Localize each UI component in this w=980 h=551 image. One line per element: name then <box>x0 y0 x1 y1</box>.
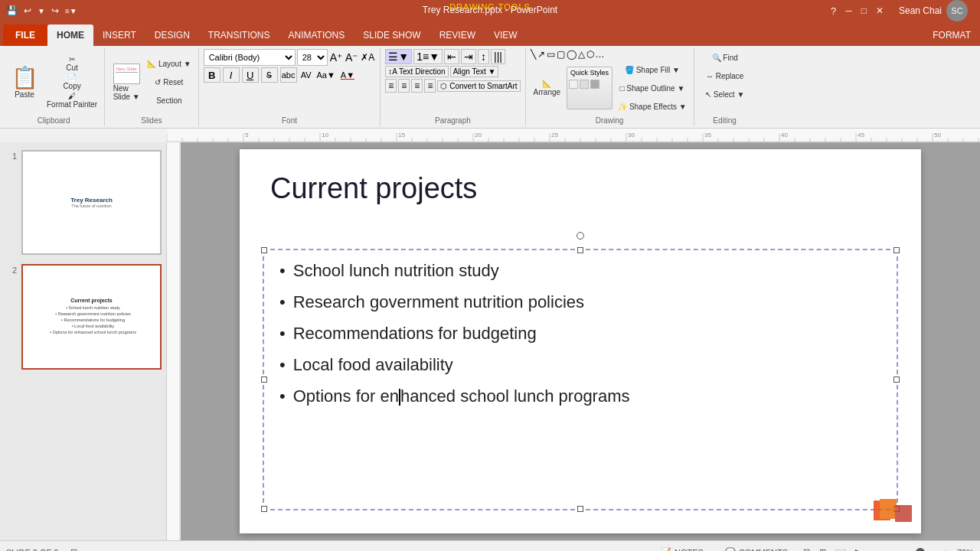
close-btn[interactable]: ✕ <box>876 5 884 16</box>
view-reading-btn[interactable]: 📖 <box>835 547 846 551</box>
save-icon[interactable]: 💾 <box>6 5 18 16</box>
columns-btn[interactable]: ||| <box>491 49 505 64</box>
justify-btn[interactable]: ≡ <box>424 79 436 93</box>
customize-icon[interactable]: ≡▼ <box>65 7 77 15</box>
text-direction-btn[interactable]: ↕A Text Direction <box>385 66 448 77</box>
increase-font-btn[interactable]: A⁺ <box>329 51 343 64</box>
handle-tl[interactable] <box>261 247 267 253</box>
view-normal-btn[interactable]: ⊡ <box>803 547 810 551</box>
view-present-btn[interactable]: ▶ <box>855 547 861 551</box>
tab-animations[interactable]: ANIMATIONS <box>279 24 354 46</box>
increase-indent-btn[interactable]: ⇥ <box>461 49 476 64</box>
handle-bl[interactable] <box>261 506 267 512</box>
shape-arrow[interactable]: ↗ <box>537 49 545 60</box>
bold-button[interactable]: B <box>204 67 220 83</box>
tab-review[interactable]: REVIEW <box>430 24 485 46</box>
align-left-btn[interactable]: ≡ <box>385 79 397 93</box>
tab-home[interactable]: HOME <box>47 24 93 46</box>
shape-oval[interactable]: ◯ <box>567 49 577 60</box>
paste-button[interactable]: 📋 Paste <box>8 60 41 103</box>
help-btn[interactable]: ? <box>831 5 836 17</box>
font-size-select[interactable]: 28 <box>297 49 328 66</box>
bullet-text-2[interactable]: Research government nutrition policies <box>293 289 584 315</box>
layout-button[interactable]: 📐 Layout ▼ <box>145 55 193 72</box>
text-box-inner[interactable]: • School lunch nutrition study • Researc… <box>264 250 897 422</box>
slide-panel[interactable]: 1 Trey Research The future of nutrition … <box>0 142 167 540</box>
numbering-btn[interactable]: 1≡▼ <box>413 49 443 64</box>
decrease-indent-btn[interactable]: ⇤ <box>444 49 459 64</box>
section-button[interactable]: Section <box>145 92 193 109</box>
strikethrough-button[interactable]: S̶ <box>261 67 278 83</box>
find-button[interactable]: 🔍 Find <box>703 49 746 66</box>
slide-size-icon[interactable]: ⊡ <box>70 547 77 551</box>
undo-btn[interactable]: ▼ <box>38 7 45 15</box>
bullet-item-2[interactable]: • Research government nutrition policies <box>279 289 881 315</box>
text-box[interactable]: • School lunch nutrition study • Researc… <box>263 249 898 510</box>
shape-fill-btn[interactable]: 🪣 Shape Fill ▼ <box>616 61 689 78</box>
decrease-font-btn[interactable]: A⁻ <box>345 51 358 64</box>
slide-1-preview[interactable]: Trey Research The future of nutrition <box>21 150 162 255</box>
align-text-btn[interactable]: Align Text ▼ <box>450 66 499 77</box>
tab-view[interactable]: VIEW <box>485 24 527 46</box>
rotate-handle[interactable] <box>577 232 584 240</box>
quick-styles-button[interactable]: Quick Styles <box>567 67 612 109</box>
shape-hex[interactable]: ⬡ <box>586 49 594 60</box>
canvas-area[interactable]: Current projects • School lunch nutritio… <box>181 142 980 540</box>
handle-mr[interactable] <box>893 377 900 383</box>
slide-2-preview[interactable]: Current projects • School lunch nutritio… <box>21 264 162 369</box>
shadow-button[interactable]: abc <box>280 67 297 83</box>
bullets-btn[interactable]: ☰▼ <box>385 49 412 64</box>
slide-1-thumb[interactable]: 1 Trey Research The future of nutrition <box>3 148 163 256</box>
handle-ml[interactable] <box>261 377 267 383</box>
select-button[interactable]: ↖ Select ▼ <box>703 86 746 103</box>
minimize-btn[interactable]: ─ <box>845 5 852 16</box>
line-spacing-btn[interactable]: ↕ <box>478 49 489 64</box>
bullet-text-1[interactable]: School lunch nutrition study <box>293 258 499 283</box>
tab-file[interactable]: FILE <box>3 24 47 46</box>
font-color-btn[interactable]: A▼ <box>339 70 356 80</box>
font-family-select[interactable]: Calibri (Body) <box>204 49 296 66</box>
slide-canvas[interactable]: Current projects • School lunch nutritio… <box>240 149 921 533</box>
comments-button[interactable]: 💬 COMMENTS <box>719 546 794 551</box>
clear-format-btn[interactable]: ✗A <box>360 51 375 64</box>
replace-button[interactable]: ↔ Replace <box>703 67 746 84</box>
tab-format[interactable]: FORMAT <box>923 24 980 46</box>
center-btn[interactable]: ≡ <box>398 79 410 93</box>
change-case-btn[interactable]: Aa▼ <box>315 70 336 80</box>
char-spacing-btn[interactable]: AV <box>299 70 313 80</box>
handle-tr[interactable] <box>893 247 900 253</box>
shape-outline-btn[interactable]: □ Shape Outline ▼ <box>616 80 689 96</box>
bullet-text-4[interactable]: Local food availability <box>293 352 453 377</box>
bullet-text-3[interactable]: Recommendations for budgeting <box>293 321 537 346</box>
convert-smartart-btn[interactable]: ⬡ Convert to SmartArt <box>437 80 520 92</box>
handle-bm[interactable] <box>577 506 583 512</box>
shape-line[interactable]: ╲ <box>531 49 536 60</box>
bullet-item-5[interactable]: • Options for enhanced school lunch prog… <box>279 383 881 409</box>
slide-2-thumb[interactable]: 2 Current projects • School lunch nutrit… <box>3 262 163 370</box>
copy-button[interactable]: 📄 Copy <box>44 73 100 90</box>
shape-more[interactable]: … <box>596 49 605 60</box>
tab-insert[interactable]: INSERT <box>93 24 145 46</box>
redo-icon[interactable]: ↪ <box>51 5 59 16</box>
underline-button[interactable]: U <box>242 67 259 83</box>
bullet-item-3[interactable]: • Recommendations for budgeting <box>279 321 881 346</box>
handle-tm[interactable] <box>577 247 583 253</box>
italic-button[interactable]: I <box>223 67 240 83</box>
shape-rrect[interactable]: ▢ <box>557 49 565 60</box>
reset-button[interactable]: ↺ Reset <box>145 73 193 90</box>
shape-tri[interactable]: △ <box>578 49 585 60</box>
bullet-text-5[interactable]: Options for enhanced school lunch progra… <box>293 383 630 409</box>
restore-btn[interactable]: □ <box>861 5 867 16</box>
bullet-item-4[interactable]: • Local food availability <box>279 352 881 377</box>
undo-icon[interactable]: ↩ <box>24 5 31 16</box>
shape-effects-btn[interactable]: ✨ Shape Effects ▼ <box>616 98 689 115</box>
user-avatar[interactable]: SC <box>946 0 968 21</box>
zoom-in-btn[interactable]: + <box>943 548 948 552</box>
zoom-out-btn[interactable]: − <box>871 548 875 552</box>
cut-button[interactable]: ✂ Cut <box>44 55 100 72</box>
new-slide-button[interactable]: New Slide NewSlide ▼ <box>109 60 143 103</box>
tab-slideshow[interactable]: SLIDE SHOW <box>354 24 430 46</box>
tab-transitions[interactable]: TRANSITIONS <box>199 24 279 46</box>
slide-heading[interactable]: Current projects <box>270 172 477 205</box>
view-slide-btn[interactable]: ⊞ <box>819 547 826 551</box>
